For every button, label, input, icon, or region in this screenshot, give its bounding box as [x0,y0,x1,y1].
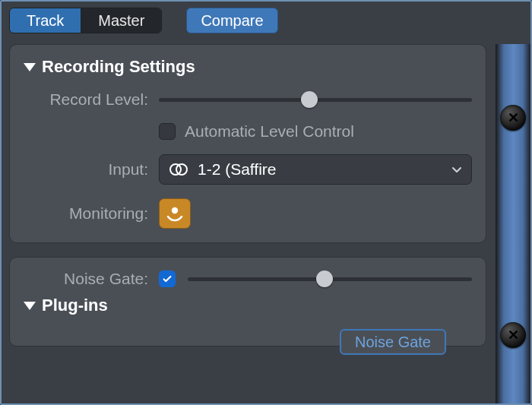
side-rail [496,44,530,403]
screw-icon [500,105,526,131]
recording-settings-panel: Recording Settings Record Level: [9,44,486,243]
slider-thumb[interactable] [301,91,318,108]
chevron-down-icon [451,164,462,175]
noise-gate-slider[interactable] [188,271,472,287]
recording-settings-title: Recording Settings [42,57,195,77]
input-dropdown[interactable]: 1-2 (Saffire [159,154,472,185]
record-level-slider[interactable] [159,91,472,108]
recording-settings-header[interactable]: Recording Settings [24,57,472,77]
tab-master[interactable]: Master [81,8,161,33]
auto-level-checkbox[interactable] [159,123,176,140]
inspector-window: Track Master Compare Recording Settings … [0,0,532,405]
monitoring-row: Monitoring: [24,198,472,229]
input-value: 1-2 (Saffire [198,160,442,179]
auto-level-row: Automatic Level Control [24,122,472,141]
compare-button[interactable]: Compare [186,8,277,33]
plugin-slot-button[interactable]: Noise Gate [340,329,446,355]
noise-gate-row: Noise Gate: [24,270,472,288]
disclosure-triangle-icon [24,63,36,71]
tab-segment: Track Master [9,8,162,33]
tab-master-label: Master [98,12,144,30]
check-icon [162,274,173,284]
compare-label: Compare [201,12,263,30]
record-level-row: Record Level: [24,90,472,109]
stereo-icon [169,163,188,176]
input-label: Input: [24,160,159,179]
tab-bar: Track Master Compare [2,2,530,40]
monitoring-toggle[interactable] [159,198,191,229]
record-level-label: Record Level: [24,90,159,109]
plugin-slot-label: Noise Gate [355,334,431,351]
noise-gate-label: Noise Gate: [24,270,159,288]
plugins-title: Plug-ins [42,296,108,315]
noise-gate-checkbox[interactable] [159,271,176,287]
slider-thumb[interactable] [316,271,333,287]
panel-area: Recording Settings Record Level: [9,44,486,403]
monitoring-label: Monitoring: [24,204,159,223]
monitoring-icon [165,204,185,223]
svg-point-2 [172,207,178,214]
plugins-header[interactable]: Plug-ins [24,296,472,315]
plugins-panel: Noise Gate: Plug-ins Noise Gate [9,257,486,346]
input-row: Input: 1-2 (Saffire [24,154,472,185]
screw-icon [500,322,526,348]
tab-track-label: Track [27,12,64,30]
tab-track[interactable]: Track [10,8,81,33]
disclosure-triangle-icon [24,302,36,310]
auto-level-label: Automatic Level Control [185,122,354,141]
